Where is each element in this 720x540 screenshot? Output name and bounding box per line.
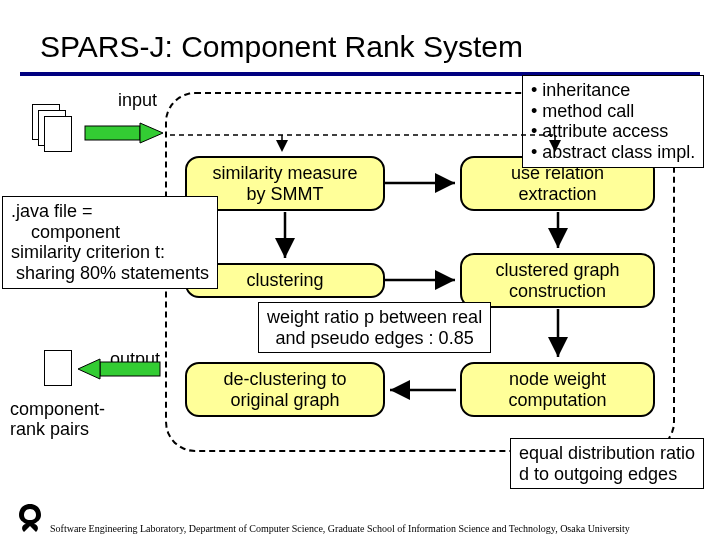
flow-arrows [0, 0, 720, 540]
footer-text: Software Engineering Laboratory, Departm… [50, 523, 630, 534]
osaka-logo-icon [14, 502, 46, 536]
